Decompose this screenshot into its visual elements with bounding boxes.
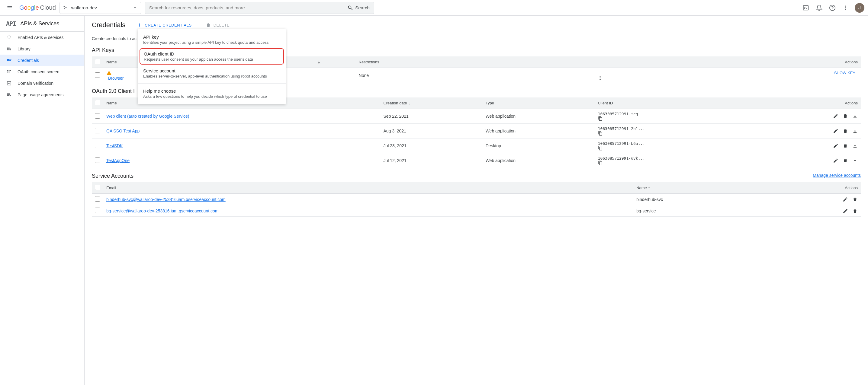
delete-icon[interactable] [843,143,848,148]
svg-point-1 [65,7,66,8]
service-account-name: binderhub-svc [633,194,771,205]
menu-item-oauth-client-id[interactable]: OAuth client ID Requests user consent so… [140,48,284,65]
delete-icon[interactable] [852,197,858,202]
more-vert-icon[interactable] [840,2,852,14]
consent-icon [6,69,12,74]
nav-library[interactable]: Library [0,43,84,55]
row-checkbox[interactable] [95,113,100,118]
oauth-client-link[interactable]: TestSDK [106,143,123,148]
google-cloud-logo[interactable]: Google Cloud [19,4,56,11]
row-checkbox[interactable] [95,143,100,148]
edit-icon[interactable] [843,208,848,214]
oauth-client-link[interactable]: TestAppOne [106,158,130,163]
main-content: Credentials CREATE CREDENTIALS DELETE AP… [85,16,868,385]
manage-service-accounts-link[interactable]: Manage service accounts [813,173,861,178]
caret-down-icon [132,5,138,10]
copy-icon[interactable] [598,116,762,121]
create-credentials-button[interactable]: CREATE CREDENTIALS [134,21,194,30]
table-row: Web client (auto created by Google Servi… [92,109,861,124]
api-key-name-link[interactable]: Browser [108,76,124,80]
col-email[interactable]: Email [103,182,633,194]
section-service-accounts-title: Service Accounts [92,173,133,179]
nav-enabled-apis[interactable]: Enabled APIs & services [0,32,84,43]
user-avatar[interactable]: J [855,3,864,13]
delete-icon[interactable] [843,128,848,134]
svg-rect-8 [7,81,11,85]
creation-date: Jul 12, 2021 [380,153,482,168]
row-checkbox[interactable] [95,208,100,213]
download-icon[interactable] [852,128,858,134]
menu-item-service-account[interactable]: Service account Enables server-to-server… [138,65,286,81]
download-icon[interactable] [852,158,858,163]
delete-button[interactable]: DELETE [203,21,232,30]
copy-icon[interactable] [598,131,762,136]
edit-icon[interactable] [833,143,838,148]
download-icon[interactable] [852,113,858,119]
col-client-id[interactable]: Client ID [595,98,765,109]
copy-icon[interactable] [598,161,762,165]
help-icon[interactable] [826,2,838,14]
nav-credentials[interactable]: Credentials [0,55,84,66]
select-all-api-keys[interactable] [95,59,100,64]
nav-domain-verification[interactable]: Domain verification [0,77,84,89]
enabled-apis-icon [6,35,12,40]
delete-icon[interactable] [843,113,848,119]
edit-icon[interactable] [833,158,838,163]
service-account-name: bq-service [633,205,771,217]
svg-point-2 [64,8,65,9]
select-all-service-accounts[interactable] [95,185,100,190]
client-type: Web application [483,153,595,168]
project-picker[interactable]: wallaroo-dev [60,2,141,14]
trash-icon [206,22,211,28]
more-actions-icon[interactable] [597,75,858,80]
show-key-button[interactable]: SHOW KEY [834,71,855,75]
creation-date: Aug 3, 2021 [380,124,482,139]
svg-point-9 [600,76,601,77]
row-checkbox[interactable] [95,158,100,163]
col-creation[interactable]: Creation date↓ [380,98,482,109]
page-title: Credentials [92,21,125,29]
row-checkbox[interactable] [95,128,100,133]
menu-divider [138,83,286,83]
settings-list-icon [6,92,12,98]
project-icon [63,5,68,10]
search-box: Search [145,2,374,14]
delete-icon[interactable] [852,208,858,214]
notifications-icon[interactable] [813,2,825,14]
row-checkbox[interactable] [95,196,100,202]
search-input[interactable] [145,5,343,10]
row-checkbox[interactable] [95,72,100,78]
cloud-shell-icon[interactable] [800,2,812,14]
download-icon[interactable] [852,143,858,148]
col-restrictions[interactable]: Restrictions [356,57,595,68]
oauth-client-link[interactable]: QA SSO Test App [106,129,140,133]
menu-item-help-choose[interactable]: Help me choose Asks a few questions to h… [138,85,286,102]
col-actions: Actions [765,98,861,109]
search-button[interactable]: Search [343,2,374,13]
select-all-oauth[interactable] [95,100,100,105]
edit-icon[interactable] [843,197,848,202]
client-id: 1063085712991-b6a... [598,141,645,146]
hamburger-menu-button[interactable] [4,2,16,14]
oauth-table: Name Creation date↓ Type Client ID Actio… [92,98,861,168]
col-type[interactable]: Type [483,98,595,109]
svg-point-6 [845,7,846,8]
key-icon [6,58,12,63]
menu-item-api-key[interactable]: API key Identifies your project using a … [138,31,286,48]
oauth-client-link[interactable]: Web client (auto created by Google Servi… [106,114,189,118]
edit-icon[interactable] [833,113,838,119]
sort-desc-icon[interactable] [316,60,321,65]
nav-page-usage[interactable]: Page usage agreements [0,89,84,101]
edit-icon[interactable] [833,128,838,134]
svg-point-7 [845,9,846,10]
nav-oauth-consent[interactable]: OAuth consent screen [0,66,84,77]
table-row: QA SSO Test AppAug 3, 2021Web applicatio… [92,124,861,139]
svg-point-0 [63,6,65,7]
col-name[interactable]: Name↑ [633,182,771,194]
service-account-email-link[interactable]: binderhub-svc@wallaroo-dev-253816.iam.gs… [106,197,226,202]
copy-icon[interactable] [598,146,762,150]
delete-icon[interactable] [843,158,848,163]
project-name: wallaroo-dev [71,5,129,10]
service-account-email-link[interactable]: bq-service@wallaroo-dev-253816.iam.gserv… [106,209,218,213]
svg-point-10 [600,77,601,78]
